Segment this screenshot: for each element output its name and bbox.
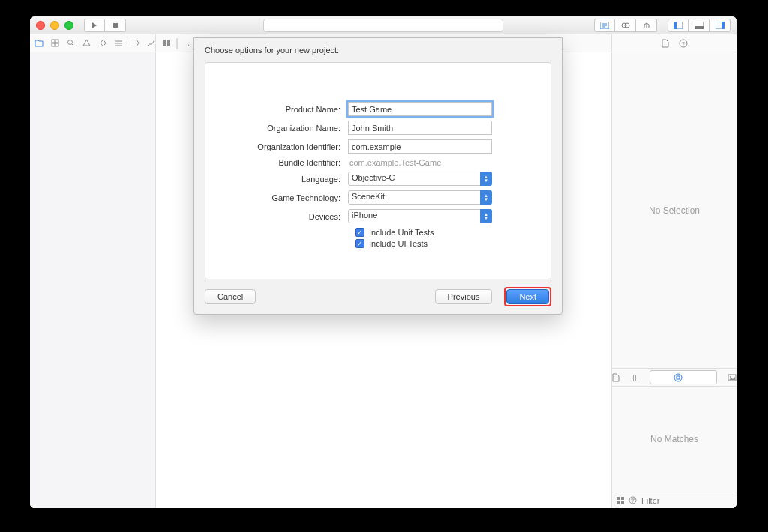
svg-point-6 <box>625 23 629 28</box>
include-ui-tests-checkbox[interactable]: ✓ <box>356 239 364 248</box>
bundle-identifier-label: Bundle Identifier: <box>220 158 348 167</box>
svg-point-17 <box>68 40 73 45</box>
test-navigator-icon[interactable] <box>98 38 107 49</box>
svg-rect-25 <box>166 43 170 46</box>
toggle-debug-button[interactable] <box>688 19 710 32</box>
sheet-footer: Cancel Previous Next <box>194 279 562 314</box>
svg-rect-16 <box>56 43 58 46</box>
language-label: Language: <box>220 175 348 184</box>
svg-rect-33 <box>616 497 620 500</box>
assistant-editor-button[interactable] <box>615 19 636 32</box>
run-stop-segment <box>84 19 126 32</box>
right-panel-icon <box>715 20 725 31</box>
include-ui-tests-label: Include UI Tests <box>369 239 428 248</box>
standard-editor-icon <box>599 20 610 31</box>
sheet-title: Choose options for your new project: <box>194 38 562 59</box>
chevron-updown-icon: ▲▼ <box>480 209 492 223</box>
navigator-tab-bar <box>30 34 156 52</box>
minimize-window-button[interactable] <box>50 21 59 30</box>
inspector-panel: No Selection {} No Matches <box>611 52 736 508</box>
titlebar <box>30 16 736 34</box>
svg-rect-14 <box>56 40 58 43</box>
sheet-form: Product Name: Organization Name: Organiz… <box>205 62 551 279</box>
find-navigator-icon[interactable] <box>67 38 76 49</box>
media-library-icon[interactable] <box>728 372 736 383</box>
file-template-library-icon[interactable] <box>612 372 620 383</box>
svg-text:{}: {} <box>632 374 637 381</box>
bottom-panel-icon <box>694 20 704 31</box>
library-filter-input[interactable] <box>641 496 736 505</box>
product-name-label: Product Name: <box>220 105 348 114</box>
game-technology-label: Game Technology: <box>220 193 348 202</box>
svg-rect-0 <box>113 23 118 28</box>
file-inspector-icon[interactable] <box>660 38 670 49</box>
stop-icon <box>110 20 121 31</box>
stop-button[interactable] <box>105 19 126 32</box>
breakpoint-navigator-icon[interactable] <box>130 38 140 49</box>
quick-help-icon[interactable]: ? <box>678 38 688 49</box>
svg-rect-36 <box>621 501 624 504</box>
library-tab-bar: {} <box>612 369 736 387</box>
code-snippet-library-icon[interactable]: {} <box>630 372 639 383</box>
project-navigator-icon[interactable] <box>34 38 44 49</box>
titlebar-right <box>588 19 730 32</box>
include-unit-tests-label: Include Unit Tests <box>369 228 434 237</box>
product-name-input[interactable] <box>348 102 492 116</box>
organization-identifier-input[interactable] <box>348 139 492 154</box>
toggle-inspector-button[interactable] <box>710 19 730 32</box>
svg-rect-15 <box>52 43 55 46</box>
library-no-matches: No Matches <box>612 387 736 492</box>
cancel-button[interactable]: Cancel <box>205 289 256 304</box>
previous-button[interactable]: Previous <box>435 289 493 304</box>
navigator-panel <box>30 52 156 508</box>
svg-text:?: ? <box>682 40 686 47</box>
close-window-button[interactable] <box>36 21 45 30</box>
symbol-navigator-icon[interactable] <box>50 38 59 49</box>
devices-select[interactable]: iPhone <box>348 209 492 223</box>
left-panel-icon <box>673 20 683 31</box>
svg-rect-30 <box>676 376 680 379</box>
organization-identifier-label: Organization Identifier: <box>220 142 348 151</box>
activity-status-bar <box>263 19 503 32</box>
svg-point-32 <box>730 376 731 378</box>
svg-rect-13 <box>52 40 55 43</box>
object-library-icon[interactable] <box>650 370 717 384</box>
grid-view-icon[interactable] <box>616 495 624 506</box>
report-navigator-icon[interactable] <box>146 38 155 49</box>
next-button[interactable]: Next <box>506 289 549 304</box>
language-select[interactable]: Objective-C <box>348 172 492 186</box>
assistant-editor-icon <box>620 20 631 31</box>
issue-navigator-icon[interactable] <box>82 38 92 49</box>
filter-icon <box>628 495 637 506</box>
standard-editor-button[interactable] <box>594 19 615 32</box>
inspector-tab-bar: ? <box>611 34 736 52</box>
version-editor-icon <box>641 20 652 31</box>
inspector-no-selection: No Selection <box>612 52 736 368</box>
library-filter-bar <box>612 492 736 508</box>
bundle-identifier-value: com.example.Test-Game <box>348 158 441 167</box>
play-icon <box>89 20 100 31</box>
chevron-updown-icon: ▲▼ <box>480 190 492 205</box>
zoom-window-button[interactable] <box>64 21 74 30</box>
chevron-updown-icon: ▲▼ <box>480 172 492 186</box>
organization-name-label: Organization Name: <box>220 124 348 133</box>
devices-label: Devices: <box>220 212 348 221</box>
svg-point-29 <box>674 374 682 381</box>
organization-name-input[interactable] <box>348 121 492 135</box>
traffic-lights <box>36 21 74 30</box>
next-button-highlight: Next <box>504 287 551 306</box>
debug-navigator-icon[interactable] <box>114 38 123 49</box>
svg-rect-24 <box>163 43 166 46</box>
version-editor-button[interactable] <box>636 19 657 32</box>
svg-rect-12 <box>722 22 724 29</box>
svg-rect-23 <box>166 40 170 43</box>
game-technology-select[interactable]: SceneKit <box>348 190 492 205</box>
related-items-icon[interactable] <box>160 38 171 49</box>
include-unit-tests-checkbox[interactable]: ✓ <box>356 228 364 237</box>
run-button[interactable] <box>84 19 105 32</box>
toggle-navigator-button[interactable] <box>668 19 688 32</box>
xcode-window: | ‹ › ? No Selection { <box>30 16 736 508</box>
svg-rect-8 <box>674 22 676 29</box>
svg-line-18 <box>72 44 74 46</box>
back-icon[interactable]: ‹ <box>183 38 194 49</box>
